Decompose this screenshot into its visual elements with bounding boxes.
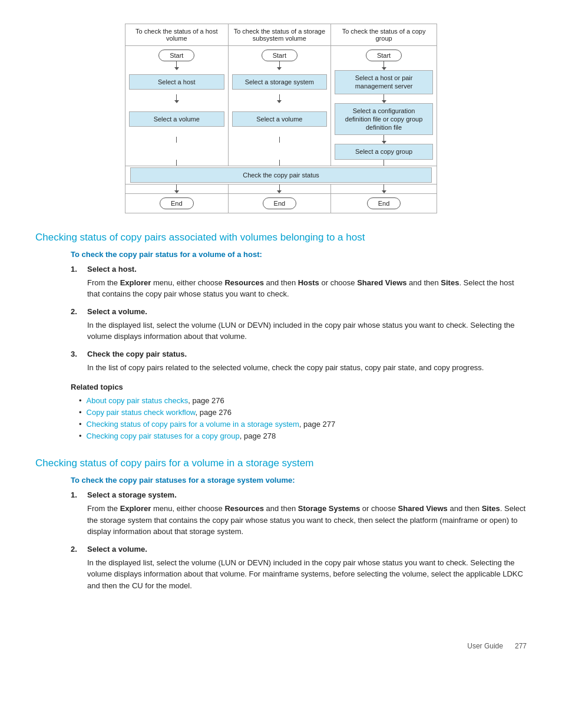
footer-page: 277: [515, 642, 527, 650]
step-1-content: Select a host. From the Explorer menu, e…: [87, 265, 527, 300]
fc-col3-step3-empty2: [228, 144, 331, 159]
fc-arrow1: [125, 61, 229, 70]
s2-step-1-detail: From the Explorer menu, either choose Re…: [87, 503, 527, 538]
related-link-1[interactable]: About copy pair status checks: [87, 396, 189, 405]
step-1-title: Select a host.: [87, 265, 137, 274]
fc-arrow2d: [228, 160, 331, 166]
related-page-3: , page 277: [299, 420, 335, 429]
fc-arrow2: [228, 61, 331, 70]
s2-step-2-title: Select a volume.: [87, 545, 147, 554]
related-page-2: , page 276: [196, 408, 232, 417]
related-page-4: , page 278: [240, 431, 276, 440]
step-2-title: Select a volume.: [87, 307, 147, 316]
step-3-title: Check the copy pair status.: [87, 350, 187, 358]
fc-col2-end: End: [228, 193, 331, 213]
step-2: 2. Select a volume. In the displayed lis…: [71, 307, 527, 342]
s2-step-1-content: Select a storage system. From the Explor…: [87, 490, 527, 538]
step-3-content: Check the copy pair status. In the list …: [87, 350, 527, 374]
fc-col3-step3: Select a copy group: [331, 144, 437, 159]
fc-col3-start: Start: [331, 46, 437, 62]
section1-subheading: To check the copy pair status for a volu…: [71, 250, 527, 259]
fc-status-bar: Check the copy pair status: [125, 166, 437, 184]
related-topic-3: • Checking status of copy pairs for a vo…: [79, 420, 527, 429]
fc-arrow3e: [331, 184, 437, 193]
step-2-detail: In the displayed list, select the volume…: [87, 319, 527, 342]
fc-col1-step2: Select a volume: [125, 103, 229, 136]
bullet-4: •: [79, 431, 82, 440]
s2-step-1: 1. Select a storage system. From the Exp…: [71, 490, 527, 538]
section2-heading: Checking status of copy pairs for a volu…: [35, 457, 527, 470]
fc-col2-header: To check the status of a storage subsyst…: [228, 24, 331, 46]
step-3-num: 3.: [71, 350, 82, 358]
fc-col3-end: End: [331, 193, 437, 213]
fc-col1-step1: Select a host: [125, 70, 229, 94]
related-topics-list: • About copy pair status checks, page 27…: [79, 396, 527, 440]
related-link-3[interactable]: Checking status of copy pairs for a volu…: [87, 420, 299, 429]
step-1-detail: From the Explorer menu, either choose Re…: [87, 277, 527, 300]
s2-step-1-title: Select a storage system.: [87, 490, 177, 499]
fc-arrow1d: [125, 160, 229, 166]
step-2-num: 2.: [71, 307, 82, 316]
fc-col1-end: End: [125, 193, 229, 213]
bullet-3: •: [79, 420, 82, 429]
s2-step-2: 2. Select a volume. In the displayed lis…: [71, 545, 527, 592]
section1-steps: 1. Select a host. From the Explorer menu…: [71, 265, 527, 374]
fc-arrow1c: [125, 135, 229, 144]
related-link-4[interactable]: Checking copy pair statuses for a copy g…: [87, 431, 240, 440]
related-topic-4: • Checking copy pair statuses for a copy…: [79, 431, 527, 440]
related-link-2[interactable]: Copy pair status check workflow: [87, 408, 196, 417]
flowchart: To check the status of a host volume To …: [35, 24, 527, 213]
fc-col3-step1: Select a host or pair management server: [331, 70, 437, 94]
footer-label: User Guide: [467, 642, 503, 650]
fc-col2-start: Start: [228, 46, 331, 62]
fc-col3-step3-empty1: [125, 144, 229, 159]
section2-subheading: To check the copy pair statuses for a st…: [71, 476, 527, 485]
bullet-2: •: [79, 408, 82, 417]
fc-col2-step1: Select a storage system: [228, 70, 331, 94]
fc-arrow3d: [331, 160, 437, 166]
fc-arrow2b: [228, 94, 331, 103]
fc-arrow3: [331, 61, 437, 70]
related-topic-1: • About copy pair status checks, page 27…: [79, 396, 527, 405]
fc-arrow3c: [331, 135, 437, 144]
s2-step-2-detail: In the displayed list, select the volume…: [87, 557, 527, 592]
fc-arrow2e: [228, 184, 331, 193]
fc-col2-step2: Select a volume: [228, 103, 331, 136]
fc-arrow2c: [228, 135, 331, 144]
fc-col3-header: To check the status of a copy group: [331, 24, 437, 46]
bullet-1: •: [79, 396, 82, 405]
fc-arrow3b: [331, 94, 437, 103]
related-topic-2: • Copy pair status check workflow, page …: [79, 408, 527, 417]
step-2-content: Select a volume. In the displayed list, …: [87, 307, 527, 342]
step-3: 3. Check the copy pair status. In the li…: [71, 350, 527, 374]
step-1-num: 1.: [71, 265, 82, 274]
s2-step-1-num: 1.: [71, 490, 82, 499]
page-footer: User Guide 277: [467, 642, 527, 650]
step-3-detail: In the list of copy pairs related to the…: [87, 362, 527, 374]
fc-col3-step2: Select a configuration definition file o…: [331, 103, 437, 136]
s2-step-2-content: Select a volume. In the displayed list, …: [87, 545, 527, 592]
related-topics-heading: Related topics: [71, 383, 527, 391]
section1-heading: Checking status of copy pairs associated…: [35, 231, 527, 244]
fc-col1-header: To check the status of a host volume: [125, 24, 229, 46]
section2-steps: 1. Select a storage system. From the Exp…: [71, 490, 527, 591]
related-page-1: , page 276: [188, 396, 224, 405]
s2-step-2-num: 2.: [71, 545, 82, 554]
fc-arrow1b: [125, 94, 229, 103]
step-1: 1. Select a host. From the Explorer menu…: [71, 265, 527, 300]
fc-col1-start: Start: [125, 46, 229, 62]
fc-arrow1e: [125, 184, 229, 193]
